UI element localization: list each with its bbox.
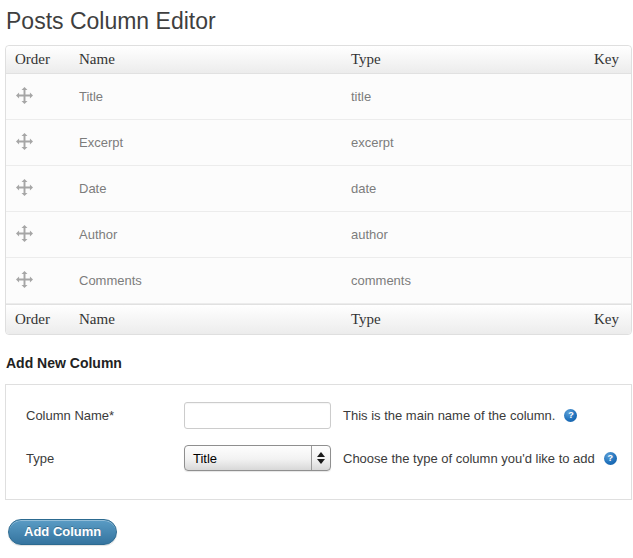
table-row: Comments comments — [6, 258, 631, 304]
header-type: Type — [351, 51, 563, 68]
row-type: title — [351, 89, 563, 104]
arrow-down-icon — [317, 459, 325, 464]
drag-move-icon[interactable] — [16, 179, 33, 196]
add-column-button[interactable]: Add Column — [8, 519, 117, 545]
type-select[interactable]: Title — [184, 445, 331, 471]
drag-move-icon[interactable] — [16, 87, 33, 104]
footer-name: Name — [79, 311, 351, 328]
table-row: Date date — [6, 166, 631, 212]
table-header-row: Order Name Type Key — [6, 46, 631, 74]
row-name: Author — [79, 227, 351, 242]
footer-key: Key — [563, 311, 631, 328]
column-name-input[interactable] — [184, 402, 331, 429]
column-name-label: Column Name* — [26, 408, 184, 423]
add-column-form: Column Name* This is the main name of th… — [5, 384, 632, 500]
drag-move-icon[interactable] — [16, 271, 33, 288]
type-help: Choose the type of column you'd like to … — [343, 451, 617, 466]
type-label: Type — [26, 451, 184, 466]
table-row: Excerpt excerpt — [6, 120, 631, 166]
drag-move-icon[interactable] — [16, 225, 33, 242]
table-row: Author author — [6, 212, 631, 258]
row-type: excerpt — [351, 135, 563, 150]
select-stepper-icon — [311, 446, 330, 470]
header-name: Name — [79, 51, 351, 68]
footer-type: Type — [351, 311, 563, 328]
columns-table: Order Name Type Key Title title Excerpt … — [5, 45, 632, 335]
type-row: Type Title Choose the type of column you… — [26, 445, 631, 471]
row-name: Excerpt — [79, 135, 351, 150]
page-title: Posts Column Editor — [6, 8, 633, 35]
column-name-row: Column Name* This is the main name of th… — [26, 402, 631, 429]
arrow-up-icon — [317, 452, 325, 457]
add-new-column-heading: Add New Column — [6, 355, 633, 371]
type-select-value: Title — [185, 446, 311, 470]
drag-move-icon[interactable] — [16, 133, 33, 150]
row-type: author — [351, 227, 563, 242]
header-key: Key — [563, 51, 631, 68]
page: Posts Column Editor Order Name Type Key … — [0, 0, 633, 545]
row-type: date — [351, 181, 563, 196]
column-name-help: This is the main name of the column. ? — [343, 408, 577, 423]
type-help-text: Choose the type of column you'd like to … — [343, 451, 595, 466]
row-name: Title — [79, 89, 351, 104]
footer-order: Order — [6, 311, 79, 328]
help-icon[interactable]: ? — [604, 452, 617, 465]
help-icon[interactable]: ? — [564, 409, 577, 422]
column-name-help-text: This is the main name of the column. — [343, 408, 555, 423]
row-name: Comments — [79, 273, 351, 288]
header-order: Order — [6, 51, 79, 68]
table-footer-row: Order Name Type Key — [6, 304, 631, 334]
table-row: Title title — [6, 74, 631, 120]
row-name: Date — [79, 181, 351, 196]
row-type: comments — [351, 273, 563, 288]
